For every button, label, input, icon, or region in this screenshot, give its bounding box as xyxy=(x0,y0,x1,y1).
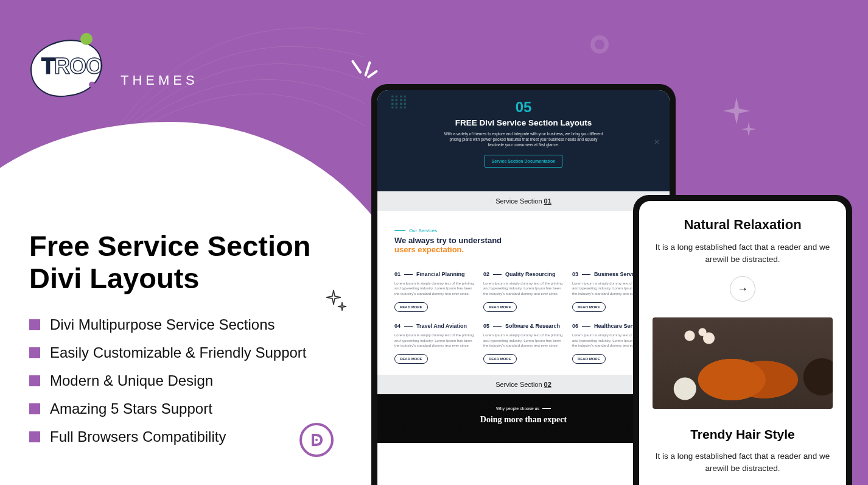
spa-image xyxy=(653,317,833,409)
service-card: 01Financial PlanningLorem Ipsum is simpl… xyxy=(394,271,475,312)
headline-part: We always try to understand xyxy=(394,236,502,245)
divi-badge xyxy=(299,423,334,457)
why-choose-section: Why people choose us Doing more than exp… xyxy=(377,394,670,443)
feature-item: Full Browsers Compatibility xyxy=(29,428,310,445)
section-label: Service Section 02 xyxy=(377,375,670,394)
feature-text: Full Browsers Compatibility xyxy=(50,428,226,445)
hero-title-line: Free Service Section xyxy=(29,230,310,262)
service-card: 05Software & ResearchLorem Ipsum is simp… xyxy=(483,323,564,364)
brand-suffix: THEMES xyxy=(121,73,198,88)
section-label-text: Service Section xyxy=(495,197,542,205)
svg-point-0 xyxy=(315,439,318,441)
service-title: 01Financial Planning xyxy=(394,271,475,277)
feature-list: Divi Multipurpose Service Sections Easil… xyxy=(29,316,310,445)
read-more-button[interactable]: READ MORE xyxy=(572,354,606,364)
section-label-num: 02 xyxy=(544,381,551,388)
service-desc: Lorem Ipsum is simply dummy text of the … xyxy=(394,281,475,296)
feature-item: Modern & Unique Design xyxy=(29,372,310,389)
hero-content: Free Service Section Divi Layouts Divi M… xyxy=(29,230,310,456)
bullet-icon xyxy=(29,403,40,414)
bullet-icon xyxy=(29,319,40,330)
bullet-icon xyxy=(29,431,40,442)
section-label-text: Service Section xyxy=(495,381,542,388)
card-subtitle: It is a long established fact that a rea… xyxy=(653,450,833,474)
hero-description: With a variety of themes to explore and … xyxy=(441,131,606,147)
close-icon[interactable]: ✕ xyxy=(654,138,660,146)
section-label-num: 01 xyxy=(544,197,551,205)
feature-item: Amazing 5 Stars Support xyxy=(29,400,310,417)
read-more-button[interactable]: READ MORE xyxy=(483,302,517,312)
tick-decoration-icon xyxy=(353,61,382,79)
feature-text: Easily Customizable & Friendly Support xyxy=(50,344,307,361)
read-more-button[interactable]: READ MORE xyxy=(483,354,517,364)
card-title: Natural Relaxation xyxy=(653,217,833,233)
brand-logo: TROO THEMES xyxy=(28,32,198,99)
preview-tablet-large: ⠿⠿⠿⠿ 05 FREE Divi Service Section Layout… xyxy=(371,84,676,485)
hero-title: FREE Divi Service Section Layouts xyxy=(396,118,651,127)
service-title: 05Software & Research xyxy=(483,323,564,329)
why-eyebrow: Why people choose us xyxy=(496,406,551,411)
preview-tablet-small: Natural Relaxation It is a long establis… xyxy=(633,195,852,485)
section-label: Service Section 01 xyxy=(377,191,670,211)
hero-title-line: Divi Layouts xyxy=(29,262,199,294)
sparkle-small-icon xyxy=(325,289,348,312)
bullet-icon xyxy=(29,375,40,386)
eyebrow: Our Services xyxy=(394,228,653,233)
service-title: 04Travel And Aviation xyxy=(394,323,475,329)
ring-decoration-icon xyxy=(590,35,609,54)
services-headline: We always try to understand users expect… xyxy=(394,236,653,254)
service-desc: Lorem Ipsum is simply dummy text of the … xyxy=(483,281,564,296)
feature-text: Amazing 5 Stars Support xyxy=(50,400,212,417)
feature-text: Divi Multipurpose Service Sections xyxy=(50,316,275,333)
hero-number: 05 xyxy=(396,99,651,116)
card-subtitle: It is a long established fact that a rea… xyxy=(653,241,833,265)
dot-grid-icon: ⠿⠿⠿⠿ xyxy=(390,100,407,107)
read-more-button[interactable]: READ MORE xyxy=(394,354,428,364)
feature-item: Easily Customizable & Friendly Support xyxy=(29,344,310,361)
service-desc: Lorem Ipsum is simply dummy text of the … xyxy=(483,333,564,348)
service-card: 04Travel And AviationLorem Ipsum is simp… xyxy=(394,323,475,364)
read-more-button[interactable]: READ MORE xyxy=(572,302,606,312)
read-more-button[interactable]: READ MORE xyxy=(394,302,428,312)
service-card: 02Quality ResourcingLorem Ipsum is simpl… xyxy=(483,271,564,312)
sparkle-decoration-icon xyxy=(722,97,758,140)
services-section: Our Services We always try to understand… xyxy=(377,211,670,375)
why-headline: Doing more than expect xyxy=(377,415,670,425)
service-title: 02Quality Resourcing xyxy=(483,271,564,277)
arrow-button[interactable]: → xyxy=(730,276,755,302)
feature-text: Modern & Unique Design xyxy=(50,372,213,389)
divi-logo-icon xyxy=(308,431,325,448)
hero-title: Free Service Section Divi Layouts xyxy=(29,230,310,294)
documentation-button[interactable]: Service Section Documentation xyxy=(485,155,562,168)
headline-part-accent: users expectation xyxy=(394,245,462,254)
preview-hero-section: ⠿⠿⠿⠿ 05 FREE Divi Service Section Layout… xyxy=(377,90,670,191)
service-desc: Lorem Ipsum is simply dummy text of the … xyxy=(394,333,475,348)
feature-item: Divi Multipurpose Service Sections xyxy=(29,316,310,333)
bullet-icon xyxy=(29,347,40,358)
card-title: Trendy Hair Style xyxy=(653,427,833,442)
arrow-right-icon: → xyxy=(737,283,748,296)
